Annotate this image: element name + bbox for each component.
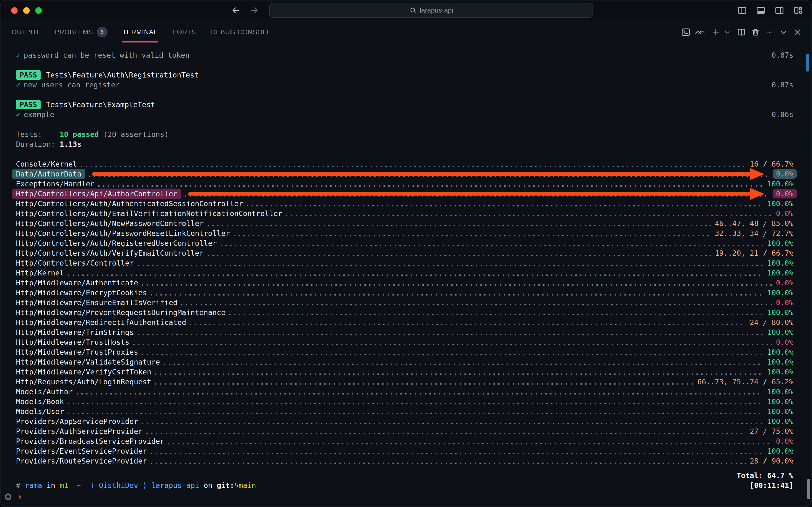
coverage-class-name: Providers/BroadcastServiceProvider xyxy=(16,437,164,445)
tab-debug-console[interactable]: DEBUG CONSOLE xyxy=(211,29,271,36)
coverage-percentage: 100.0% xyxy=(767,358,794,366)
prompt-segment: rama xyxy=(24,481,42,490)
tab-label: TERMINAL xyxy=(122,29,158,36)
coverage-class-name: Http/Controllers/Auth/NewPasswordControl… xyxy=(16,219,204,228)
coverage-class-name: Http/Controllers/Auth/AuthenticatedSessi… xyxy=(16,200,243,208)
dotted-leader xyxy=(77,393,763,394)
pass-badge: PASS xyxy=(16,70,41,80)
coverage-percentage: 100.0% xyxy=(767,348,794,356)
coverage-row: Http/Middleware/TrustHosts0.0% xyxy=(16,337,794,347)
close-panel-icon[interactable] xyxy=(792,27,803,38)
coverage-row: Providers/RouteServiceProvider28 / 90.0% xyxy=(16,456,794,466)
coverage-percentage: 24 / 80.0% xyxy=(750,318,794,327)
coverage-percentage: 100.0% xyxy=(767,388,794,396)
back-arrow-icon[interactable] xyxy=(231,5,241,16)
coverage-class-name: Console/Kernel xyxy=(16,160,77,168)
coverage-class-name: Http/Middleware/RedirectIfAuthenticated xyxy=(16,318,186,327)
coverage-row: Providers/BroadcastServiceProvider0.0% xyxy=(16,436,794,446)
tab-label: OUTPUT xyxy=(12,29,40,36)
tab-ports[interactable]: PORTS xyxy=(172,29,196,36)
text-segment: Duration: xyxy=(16,140,60,149)
prompt-timestamp: [00:11:41] xyxy=(750,481,794,490)
forward-arrow-icon[interactable] xyxy=(249,5,260,16)
shell-name-label: zsh xyxy=(695,29,705,36)
terminal-line xyxy=(16,149,794,159)
new-terminal-dropdown-chevron-icon[interactable] xyxy=(722,27,733,38)
toggle-primary-sidebar-icon[interactable] xyxy=(737,5,748,16)
close-window-button[interactable] xyxy=(11,7,18,14)
dotted-leader xyxy=(286,215,772,216)
coverage-class-name: Providers/AuthServiceProvider xyxy=(16,427,143,436)
coverage-row: Models/Author100.0% xyxy=(16,387,794,397)
coverage-row: Http/Middleware/TrustProxies100.0% xyxy=(16,347,794,357)
window-scrollbar-thumb[interactable] xyxy=(807,479,810,499)
tab-problems[interactable]: PROBLEMS6 xyxy=(55,27,108,38)
terminal-line xyxy=(16,119,794,129)
more-actions-ellipsis-button[interactable] xyxy=(764,27,775,38)
prompt-segment: ϟ xyxy=(234,481,239,490)
coverage-percentage: 16 / 66.7% xyxy=(750,160,794,168)
test-duration: 0.07s xyxy=(772,80,794,89)
coverage-class-name: Http/Middleware/Authenticate xyxy=(16,279,138,287)
test-suite-name: Tests\Feature\Auth\RegistrationTest xyxy=(46,71,199,79)
prompt-segment: # xyxy=(16,481,24,490)
customize-layout-icon[interactable] xyxy=(793,5,803,16)
minimize-window-button[interactable] xyxy=(23,7,30,14)
annotation-arrow xyxy=(92,168,764,180)
coverage-row: Http/Middleware/Authenticate0.0% xyxy=(16,278,794,288)
coverage-class-name: Http/Controllers/Auth/EmailVerificationN… xyxy=(16,209,282,218)
panel-tabs: OUTPUTPROBLEMS6TERMINALPORTSDEBUG CONSOL… xyxy=(12,27,271,38)
terminal-line: ✓example0.06s xyxy=(16,110,794,119)
tab-output[interactable]: OUTPUT xyxy=(12,29,40,36)
dotted-leader xyxy=(146,433,746,434)
dotted-leader xyxy=(138,334,763,335)
hide-panel-chevron-icon[interactable] xyxy=(778,27,789,38)
tab-terminal[interactable]: TERMINAL xyxy=(122,29,158,36)
prompt-segment: ~ xyxy=(68,481,90,490)
new-terminal-button[interactable] xyxy=(711,27,721,38)
coverage-report: Console/Kernel16 / 66.7%Data/AuthorData0… xyxy=(16,159,794,466)
coverage-class-name: Http/Middleware/TrustProxies xyxy=(16,348,138,356)
dotted-leader xyxy=(151,463,746,464)
dotted-leader xyxy=(234,235,711,236)
terminal-profile-icon xyxy=(680,27,691,38)
dotted-leader xyxy=(98,185,763,187)
test-suite-name: Tests\Feature\ExampleTest xyxy=(46,101,155,109)
terminal-line: PASSTests\Feature\Auth\RegistrationTest xyxy=(16,70,794,80)
zoom-window-button[interactable] xyxy=(35,7,42,14)
coverage-row: Http/Controllers/Api/AuthorController0.0… xyxy=(16,189,794,199)
dotted-leader xyxy=(68,413,763,414)
command-center-search[interactable]: larapus-api xyxy=(269,3,593,18)
coverage-row: Http/Controllers/Auth/EmailVerificationN… xyxy=(16,209,794,219)
coverage-percentage: 0.0% xyxy=(776,338,794,346)
problems-count-badge: 6 xyxy=(97,27,108,38)
coverage-row: Http/Middleware/RedirectIfAuthenticated2… xyxy=(16,318,794,327)
coverage-class-name: Http/Middleware/TrimStrings xyxy=(16,328,134,337)
coverage-percentage: 0.0% xyxy=(773,189,797,199)
coverage-row: Http/Middleware/PreventRequestsDuringMai… xyxy=(16,307,794,318)
dotted-leader xyxy=(142,423,763,424)
terminal-line: ✓new users can register0.07s xyxy=(16,80,794,90)
pass-badge: PASS xyxy=(16,100,41,109)
coverage-percentage: 0.0% xyxy=(776,437,794,445)
dotted-leader xyxy=(155,374,763,375)
coverage-row: Http/Controllers/Controller100.0% xyxy=(16,258,794,268)
coverage-percentage: 27 / 75.0% xyxy=(750,427,794,436)
dotted-leader xyxy=(151,294,763,295)
coverage-class-name: Http/Controllers/Auth/VerifyEmailControl… xyxy=(16,249,204,258)
coverage-row: Http/Requests/Auth/LoginRequest66..73, 7… xyxy=(16,377,794,387)
coverage-row: Data/AuthorData0.0% xyxy=(16,169,794,179)
split-terminal-button[interactable] xyxy=(736,27,747,38)
dotted-leader xyxy=(151,453,763,454)
terminal-viewport[interactable]: ✓password can be reset with valid token0… xyxy=(0,44,812,502)
dotted-leader xyxy=(190,324,746,325)
kill-terminal-trash-button[interactable] xyxy=(750,27,761,38)
dotted-leader xyxy=(164,363,763,365)
toggle-secondary-sidebar-icon[interactable] xyxy=(774,5,785,16)
terminal-scrollbar-thumb[interactable] xyxy=(806,54,809,71)
coverage-class-name: Providers/EventServiceProvider xyxy=(16,447,147,455)
toggle-panel-icon[interactable] xyxy=(755,5,766,16)
traffic-lights xyxy=(11,7,42,14)
dotted-leader xyxy=(155,383,694,385)
terminal-line: Tests: 10 passed (20 assertions) xyxy=(16,129,794,139)
